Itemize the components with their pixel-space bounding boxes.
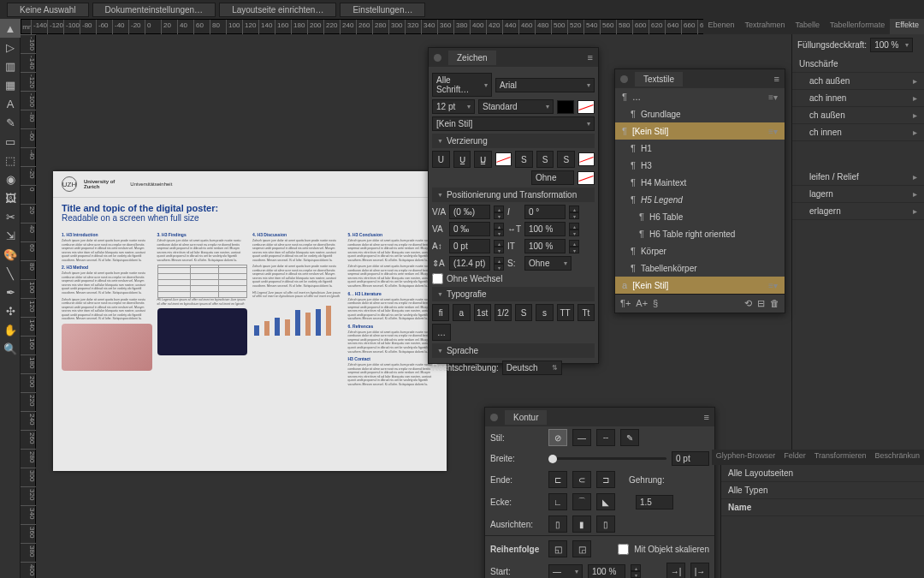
kerning-input[interactable] xyxy=(449,205,490,219)
font-style-select[interactable]: Standard▾ xyxy=(478,99,554,114)
text-style-item[interactable]: ¶H6 Table xyxy=(615,208,785,225)
align-center-icon[interactable]: ▯ xyxy=(548,515,567,533)
underline-double-icon[interactable]: U̲ xyxy=(453,151,471,168)
delete-style-icon[interactable]: 🗑 xyxy=(770,298,779,309)
font-family-select[interactable]: Arial▾ xyxy=(495,78,595,92)
add-char-style-icon[interactable]: A+ xyxy=(636,298,648,309)
tab-table-formats[interactable]: Tabellenformate xyxy=(825,19,890,34)
font-collection-select[interactable]: Alle Schrift…▾ xyxy=(432,73,492,97)
no-break-checkbox[interactable] xyxy=(432,273,443,284)
text-style-item[interactable]: ¶H5 Legend xyxy=(615,191,785,208)
baseline-stepper[interactable]: ▴▾ xyxy=(494,240,504,253)
text-frame-tool[interactable]: ▥ xyxy=(0,57,21,75)
tab-effects[interactable]: Effekte xyxy=(890,19,924,34)
start-pct-stepper[interactable]: ▴▾ xyxy=(631,564,641,578)
panel-menu-icon[interactable]: ≡ xyxy=(704,412,709,422)
tab-fields[interactable]: Felder xyxy=(779,450,810,465)
effect-outer-glow[interactable]: ch außen▸ xyxy=(792,107,924,124)
color-picker-tool[interactable]: 🎨 xyxy=(0,245,21,264)
font-bg-swatch[interactable] xyxy=(578,100,595,114)
align-outside-icon[interactable]: ▯ xyxy=(596,515,615,533)
stroke-brush-icon[interactable]: ✎ xyxy=(620,429,639,446)
kerning-stepper[interactable]: ▴▾ xyxy=(494,206,504,219)
panel-menu-icon[interactable]: ≡ xyxy=(774,74,779,84)
shape-tool[interactable]: ⬚ xyxy=(0,151,21,170)
stroke-dashed-icon[interactable]: ╌ xyxy=(596,429,615,446)
positioning-section[interactable]: Positionierung und Transformation xyxy=(432,188,595,202)
strike-thick-icon[interactable]: S xyxy=(557,151,575,168)
cap-square-icon[interactable]: ⊐ xyxy=(596,471,615,488)
font-color-swatch[interactable] xyxy=(557,100,574,114)
text-style-item[interactable]: ¶Grundlage xyxy=(615,105,785,122)
eyedrop-tool[interactable]: ✣ xyxy=(0,301,21,320)
stroke-width-input[interactable] xyxy=(672,451,709,466)
line-tool[interactable]: ╲ xyxy=(0,264,21,283)
typo-7-icon[interactable]: Tt xyxy=(578,304,595,321)
join-bevel-icon[interactable]: ◣ xyxy=(596,493,615,510)
arrow-place-start2-icon[interactable]: |→ xyxy=(690,563,709,578)
decoration-color-swatch[interactable] xyxy=(578,171,595,185)
effect-layer[interactable]: lagern▸ xyxy=(792,186,924,203)
vscale-stepper[interactable]: ▴▾ xyxy=(569,240,579,253)
text-style-item[interactable]: ¶…≡▾ xyxy=(615,88,785,105)
strike-color-swatch[interactable] xyxy=(578,152,595,166)
stroke-panel-title[interactable]: Kontur xyxy=(505,410,547,425)
character-panel-title[interactable]: Zeichen xyxy=(448,51,496,65)
underline-thick-icon[interactable]: U̳ xyxy=(474,151,492,168)
pen-tool[interactable]: ✒ xyxy=(0,283,21,301)
slant-stepper[interactable]: ▴▾ xyxy=(569,206,579,219)
effect-inner-shadow[interactable]: ach innen▸ xyxy=(792,90,924,107)
typo-6-icon[interactable]: TT xyxy=(557,304,574,321)
slant-input[interactable] xyxy=(524,205,566,219)
tab-text-frames[interactable]: Textrahmen xyxy=(740,19,791,34)
doc-settings-button[interactable]: Dokumenteinstellungen… xyxy=(92,3,216,17)
scale-with-object-checkbox[interactable] xyxy=(618,544,629,555)
align-inside-icon[interactable]: ▮ xyxy=(572,515,591,533)
stroke-none-icon[interactable]: ⊘ xyxy=(548,429,567,446)
leading-stepper[interactable]: ▴▾ xyxy=(494,257,504,271)
stroke-width-slider[interactable] xyxy=(548,457,666,460)
text-style-item[interactable]: ¶H6 Table right oriented xyxy=(615,225,785,242)
start-pct-input[interactable] xyxy=(588,564,625,579)
typo-8-icon[interactable]: … xyxy=(432,324,451,341)
effect-overlay[interactable]: erlagern▸ xyxy=(792,203,924,220)
zoom-tool[interactable]: 🔍 xyxy=(0,339,21,358)
language-section[interactable]: Sprache xyxy=(432,343,595,358)
reset-style-icon[interactable]: ⟲ xyxy=(744,298,752,309)
arrow-place-start-icon[interactable]: →| xyxy=(666,563,685,578)
typo-5-icon[interactable]: s xyxy=(536,304,553,321)
cap-butt-icon[interactable]: ⊏ xyxy=(548,471,567,488)
tracking-stepper[interactable]: ▴▾ xyxy=(494,223,504,236)
types-filter[interactable]: Alle Typen xyxy=(721,482,924,499)
leading-input[interactable] xyxy=(449,256,490,271)
select-tool[interactable]: ▲ xyxy=(0,19,21,38)
join-miter-icon[interactable]: ∟ xyxy=(548,493,567,510)
decoration-section[interactable]: Verzierung xyxy=(432,134,595,148)
page[interactable]: UZH University ofZurich Universitätseinh… xyxy=(53,171,447,471)
picture-frame-tool[interactable]: ▭ xyxy=(0,132,21,151)
effect-outer-shadow[interactable]: ach außen▸ xyxy=(792,73,924,90)
layouts-filter[interactable]: Alle Layoutseiten xyxy=(721,465,924,482)
fill-tool[interactable]: ◉ xyxy=(0,170,21,188)
hscale-stepper[interactable]: ▴▾ xyxy=(569,223,579,236)
text-style-item[interactable]: ¶Tabellenkörper xyxy=(615,259,785,277)
typo-3-icon[interactable]: 1/2 xyxy=(495,304,512,321)
add-group-icon[interactable]: § xyxy=(653,298,658,309)
hand-tool[interactable]: ✋ xyxy=(0,320,21,339)
spellcheck-select[interactable]: Deutsch⇅ xyxy=(502,361,562,375)
table-tool[interactable]: ▦ xyxy=(0,75,21,94)
underline-single-icon[interactable]: U xyxy=(432,151,450,168)
tracking-input[interactable] xyxy=(449,222,490,236)
effect-blur[interactable]: Unschärfe xyxy=(792,56,924,73)
remove-style-icon[interactable]: ⊟ xyxy=(757,298,765,309)
decoration-none-select[interactable]: Ohne xyxy=(531,170,574,185)
settings-button[interactable]: Einstellungen… xyxy=(340,3,425,17)
ligatures-select[interactable]: Ohne▾ xyxy=(524,256,572,271)
typo-2-icon[interactable]: 1st xyxy=(474,304,491,321)
panel-menu-icon[interactable]: ≡ xyxy=(588,52,593,63)
typography-section[interactable]: Typografie xyxy=(432,287,595,301)
crop-tool[interactable]: ✂ xyxy=(0,207,21,226)
text-style-item[interactable]: ¶[Kein Stil]≡▾ xyxy=(615,122,785,140)
baseline-input[interactable] xyxy=(449,239,490,253)
layout-page-button[interactable]: Layoutseite einrichten… xyxy=(219,3,336,17)
